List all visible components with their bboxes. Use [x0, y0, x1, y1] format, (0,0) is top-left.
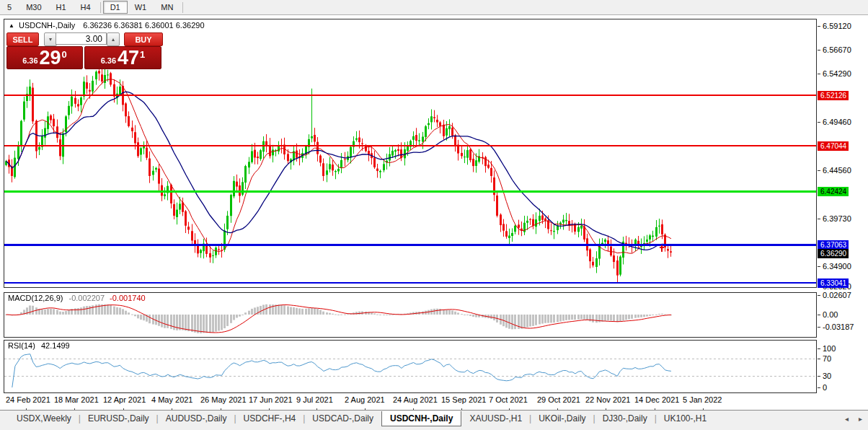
chart-tab-ukoil-daily[interactable]: UKOil-,Daily: [532, 411, 592, 426]
tab-scroll-arrows: ◂ ▸: [845, 411, 862, 426]
date-label: 14 Dec 2021: [634, 395, 679, 404]
rsi-tick: [818, 348, 820, 349]
timeframe-button-m30[interactable]: M30: [19, 1, 48, 14]
rsi-tick-label: 0: [823, 383, 827, 392]
date-label: 26 May 2021: [200, 395, 247, 404]
chart-symbol-label: USDCNH-,Daily: [19, 21, 75, 30]
price-level-line-6.33041[interactable]: [4, 282, 816, 284]
price-level-line-6.52126[interactable]: [4, 95, 816, 96]
tab-separator: |: [529, 413, 531, 424]
rsi-tick: [818, 376, 820, 377]
macd-tick-label: -0.03187: [823, 322, 854, 331]
tab-separator: |: [234, 413, 236, 424]
sell-price-display[interactable]: 6.36 29 0: [6, 46, 83, 69]
volume-input[interactable]: [56, 32, 107, 45]
tab-separator: |: [79, 413, 81, 424]
price-tick: [818, 170, 820, 171]
price-tick: [818, 219, 820, 219]
price-tick: [818, 122, 820, 123]
date-label: 17 Jun 2021: [249, 395, 293, 404]
buy-price-pipette: 1: [140, 49, 145, 60]
rsi-tick: [818, 387, 820, 388]
chart-tab-dj30-daily[interactable]: DJ30-,Daily: [596, 411, 654, 426]
macd-tick: [818, 295, 820, 296]
macd-label: MACD(12,26,9) -0.002207 -0.001740: [8, 294, 146, 302]
rsi-tick-label: 70: [823, 354, 831, 363]
collapse-triangle-icon[interactable]: ▲: [9, 22, 14, 29]
chart-tab-xauusd-h1[interactable]: XAUUSD-,H1: [463, 411, 528, 426]
marker-horizontal-bar: [660, 247, 664, 248]
date-label: 2 Aug 2021: [345, 395, 385, 404]
price-tick: [818, 266, 820, 267]
timeframe-buttons: 5M30H1H4D1W1MN: [0, 1, 185, 14]
price-tick-label: 6.59120: [823, 22, 851, 30]
date-label: 12 Apr 2021: [103, 395, 146, 404]
price-level-line-6.37063[interactable]: [4, 244, 816, 246]
price-badge-6.52126: 6.52126: [818, 91, 849, 100]
chart-tabs: USDX,Weekly|EURUSD-,Daily|AUDUSD-,Daily|…: [0, 411, 713, 426]
price-tick: [818, 50, 820, 51]
tab-separator: |: [655, 413, 657, 424]
sell-price-big-digits: 29: [40, 49, 61, 67]
date-label: 7 Oct 2021: [489, 395, 528, 404]
toolbar-separator: [100, 2, 101, 13]
price-badge-6.36290: 6.36290: [818, 249, 849, 258]
tab-scroll-left-icon[interactable]: ◂: [845, 415, 849, 423]
timeframe-button-mn[interactable]: MN: [154, 1, 180, 14]
rsi-label: RSI(14) 42.1499: [8, 341, 70, 350]
macd-tick: [818, 315, 820, 315]
rsi-tick-label: 100: [823, 344, 836, 353]
date-label: 29 Oct 2021: [537, 395, 580, 404]
price-badge-6.47044: 6.47044: [818, 141, 849, 151]
price-tick-label: 6.49460: [823, 118, 851, 126]
date-label: 24 Feb 2021: [6, 395, 50, 404]
macd-tick: [818, 327, 820, 328]
timeframe-button-w1[interactable]: W1: [128, 1, 154, 14]
date-label: 15 Sep 2021: [441, 395, 486, 404]
timeframe-button-h4[interactable]: H4: [74, 1, 98, 14]
rsi-canvas: [4, 341, 815, 391]
rsi-value: 42.1499: [41, 341, 70, 350]
chart-ohlc-values: 6.36236 6.36381 6.36001 6.36290: [83, 21, 204, 30]
chart-tab-usdx-weekly[interactable]: USDX,Weekly: [10, 411, 78, 426]
date-label: 18 Mar 2021: [54, 395, 99, 404]
tab-separator: |: [593, 413, 595, 424]
macd-signal-value: -0.001740: [110, 294, 146, 302]
price-tick: [818, 26, 820, 27]
price-tick-label: 6.54290: [823, 69, 851, 78]
volume-increment-button[interactable]: ▴: [107, 32, 120, 46]
tab-scroll-right-icon[interactable]: ▸: [859, 415, 862, 423]
rsi-indicator-panel[interactable]: RSI(14) 42.1499: [4, 340, 817, 393]
price-level-line-6.42424[interactable]: [4, 190, 816, 193]
macd-name: MACD(12,26,9): [8, 294, 63, 302]
chart-tab-usdchf-h4[interactable]: USDCHF-,H4: [237, 411, 303, 426]
price-tick-label: 6.56670: [823, 45, 851, 54]
macd-tick-label: 0.00: [823, 310, 838, 319]
chart-tab-usdcad-daily[interactable]: USDCAD-,Daily: [306, 411, 380, 426]
spin-up-icon: ▴: [112, 36, 115, 43]
chart-tab-uk100-h1[interactable]: UK100-,H1: [657, 411, 713, 426]
buy-button[interactable]: BUY: [124, 32, 163, 46]
chart-tab-eurusd-daily[interactable]: EURUSD-,Daily: [81, 411, 156, 426]
macd-tick-label: 0.02607: [823, 291, 851, 299]
price-badge-6.33041: 6.33041: [818, 278, 849, 288]
date-axis[interactable]: 24 Feb 202118 Mar 202112 Apr 20214 May 2…: [0, 394, 868, 410]
chart-title: ▲ USDCNH-,Daily 6.36236 6.36381 6.36001 …: [9, 21, 205, 30]
rsi-name: RSI(14): [8, 341, 35, 350]
price-tick-label: 6.44560: [823, 166, 851, 175]
timeframe-button-d1[interactable]: D1: [103, 1, 128, 14]
sell-price-prefix: 6.36: [22, 56, 37, 65]
timeframe-button-h1[interactable]: H1: [49, 1, 74, 14]
macd-indicator-panel[interactable]: MACD(12,26,9) -0.002207 -0.001740: [4, 292, 817, 338]
date-label: 24 Aug 2021: [393, 395, 438, 404]
chart-tab-usdcnh-daily[interactable]: USDCNH-,Daily: [381, 411, 461, 426]
chart-tab-audusd-daily[interactable]: AUDUSD-,Daily: [159, 411, 234, 426]
buy-price-display[interactable]: 6.36 47 1: [84, 46, 161, 69]
sell-button[interactable]: SELL: [6, 32, 39, 46]
timeframe-button-5[interactable]: 5: [0, 1, 19, 14]
timeframe-toolbar: 5M30H1H4D1W1MN: [0, 0, 868, 15]
price-level-line-6.47044[interactable]: [4, 145, 816, 146]
toolbar-separator: [182, 2, 183, 13]
sell-price-pipette: 0: [62, 49, 67, 60]
price-axis[interactable]: 6.591206.566706.542906.494606.445606.397…: [818, 14, 868, 410]
